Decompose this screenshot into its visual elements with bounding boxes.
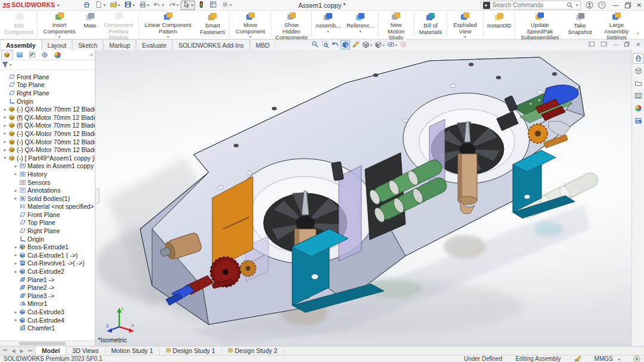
ribbon-caret-icon[interactable]: ▾: [58, 35, 60, 39]
displaymanager-tab[interactable]: [51, 50, 63, 60]
propertymanager-tab[interactable]: [14, 50, 26, 60]
section-view-button[interactable]: [340, 40, 350, 49]
expand-arrow-icon[interactable]: ▸: [2, 139, 8, 144]
expand-arrow-icon[interactable]: ▸: [13, 317, 18, 323]
filter-caret-icon[interactable]: ▾: [10, 63, 12, 67]
sheet-nav-next-button[interactable]: ▶: [18, 348, 26, 354]
new-document-caret-icon[interactable]: ▾: [103, 3, 106, 8]
bottom-tab-design-study-1[interactable]: Design Study 1: [160, 346, 222, 355]
tree-item-sensors[interactable]: Sensors: [0, 178, 95, 187]
new-motion-study-button[interactable]: New Motion Study: [379, 11, 413, 39]
print-button[interactable]: ▾: [137, 1, 151, 10]
tree-item-top-plane[interactable]: Top Plane: [0, 81, 95, 89]
assemb-button[interactable]: Assemb...▾: [312, 11, 343, 39]
move-component-button[interactable]: Move Component▾: [230, 11, 270, 39]
open-button[interactable]: ▾: [108, 1, 122, 10]
view-orientation-button[interactable]: [361, 40, 370, 49]
take-snapshot-button[interactable]: Take Snapshot: [564, 11, 596, 39]
insert-components-button[interactable]: Insert Components▾: [38, 11, 80, 39]
appearances-button[interactable]: [633, 103, 643, 114]
tab-layout[interactable]: Layout: [42, 39, 73, 50]
tree-item-right-plane[interactable]: Right Plane: [0, 227, 95, 235]
expand-arrow-icon[interactable]: ▸: [2, 147, 8, 153]
tree-item-origin[interactable]: Origin: [0, 97, 95, 106]
print-caret-icon[interactable]: ▾: [147, 3, 150, 8]
filter-funnel-icon[interactable]: [2, 61, 8, 68]
configurationmanager-tab[interactable]: [26, 50, 38, 60]
tag-icon[interactable]: [633, 355, 640, 362]
expand-arrow-icon[interactable]: ▸: [13, 269, 18, 274]
expand-arrow-icon[interactable]: ▸: [13, 261, 18, 266]
tree-item-plane3[interactable]: Plane3 ->: [0, 292, 95, 300]
tree-item-f-qx-motor-70mm-12-blades-e[interactable]: ▸(f) QX-Motor 70mm 12 Blades E: [0, 122, 95, 130]
expand-arrow-icon[interactable]: ▸: [2, 107, 8, 112]
search-icon[interactable]: [566, 2, 573, 8]
user-account-icon[interactable]: [586, 1, 593, 9]
units-selector[interactable]: MMGS ▴: [595, 355, 620, 362]
tree-item-top-plane[interactable]: Top Plane: [0, 219, 95, 227]
tree-item-front-plane[interactable]: Front Plane: [0, 211, 95, 219]
tab-evaluate[interactable]: Evaluate: [136, 39, 172, 50]
expand-arrow-icon[interactable]: ▸: [2, 123, 8, 128]
doc-restore-icon[interactable]: [624, 41, 630, 49]
doc-close-icon[interactable]: ✕: [636, 42, 640, 48]
expand-arrow-icon[interactable]: ▸: [13, 252, 18, 258]
tree-item-origin[interactable]: Origin: [0, 235, 95, 243]
tree-item-cut-extrude3[interactable]: ▸Cut-Extrude3: [0, 308, 95, 316]
expand-arrow-icon[interactable]: ▸: [13, 196, 18, 201]
close-icon[interactable]: ✕: [637, 2, 642, 8]
exploded-view-button[interactable]: Exploded View▾: [448, 11, 482, 39]
featuremanager-tab[interactable]: [1, 50, 13, 60]
ribbon-caret-icon[interactable]: ▾: [167, 35, 169, 39]
search-input[interactable]: [493, 2, 564, 8]
instant3d-button[interactable]: Instant3D: [484, 11, 515, 39]
sheet-nav-prev-button[interactable]: ◀: [10, 348, 17, 354]
tab-solidworks-add-ins[interactable]: SOLIDWORKS Add-Ins: [172, 39, 250, 50]
mate-button[interactable]: Mate: [80, 11, 99, 39]
tree-item-cut-extrude2[interactable]: ▸Cut-Extrude2: [0, 267, 95, 276]
ribbon-caret-icon[interactable]: ▾: [360, 29, 361, 34]
tree-item-boss-extrude1[interactable]: ▸Boss-Extrude1: [0, 243, 95, 251]
tree-item-plane1[interactable]: Plane1 ->: [0, 276, 95, 284]
bottom-tab-design-study-2[interactable]: Design Study 2: [222, 346, 284, 355]
custom-properties-button[interactable]: [633, 116, 643, 126]
update-speedpak-subassemblies-button[interactable]: Update SpeedPak Subassemblies: [516, 11, 564, 39]
tree-item-qx-motor-70mm-12-blades-i[interactable]: ▸(-) QX-Motor 70mm 12 Blades I: [0, 138, 95, 146]
sheet-nav-first-button[interactable]: ⏮: [1, 348, 9, 354]
hide-show-items-button[interactable]: [386, 40, 395, 49]
linear-component-pattern-button[interactable]: Linear Component Pattern▾: [140, 11, 196, 39]
tree-item-right-plane[interactable]: Right Plane: [0, 89, 95, 97]
hide-show-items-caret-icon[interactable]: ▾: [395, 43, 397, 47]
file-properties-button[interactable]: [208, 1, 219, 10]
expand-arrow-icon[interactable]: ▾: [2, 155, 8, 160]
expand-arrow-icon[interactable]: ▸: [2, 131, 8, 136]
select-caret-icon[interactable]: ▾: [191, 3, 193, 8]
home-taskpane-button[interactable]: [633, 53, 643, 64]
minimize-icon[interactable]: —: [613, 2, 619, 8]
display-style-caret-icon[interactable]: ▾: [383, 43, 385, 47]
tree-item-plane2[interactable]: Plane2 ->: [0, 283, 95, 292]
view-orientation-caret-icon[interactable]: ▾: [370, 43, 372, 47]
ribbon-caret-icon[interactable]: ▾: [327, 29, 329, 34]
tree-item-part49-assem1-coppy-1[interactable]: ▾(-) [ Part49^Assem1 coppy ]<1:: [0, 154, 95, 162]
expand-arrow-icon[interactable]: ▸: [13, 310, 18, 315]
new-document-button[interactable]: ▾: [93, 1, 107, 10]
tree-item-cut-extrude1[interactable]: ▸Cut-Extrude1 ( ->): [0, 251, 95, 259]
tree-horizontal-scrollbar[interactable]: [0, 341, 95, 346]
redo-button[interactable]: ▾: [166, 1, 181, 10]
options-gear-caret-icon[interactable]: ▾: [230, 3, 232, 8]
zoom-to-fit-button[interactable]: [310, 40, 320, 49]
ribbon-caret-icon[interactable]: ▾: [249, 35, 251, 39]
tree-item-mirror1[interactable]: Mirror1: [0, 300, 95, 308]
options-gear-button[interactable]: ▾: [219, 1, 234, 10]
tree-item-qx-motor-70mm-12-blades-i[interactable]: ▸(-) QX-Motor 70mm 12 Blades I: [0, 129, 95, 138]
restore-icon[interactable]: [625, 2, 631, 8]
save-caret-icon[interactable]: ▾: [132, 3, 135, 8]
pane-left-icon[interactable]: [588, 41, 595, 49]
tree-scrollbar-thumb[interactable]: [19, 342, 66, 345]
expand-arrow-icon[interactable]: ▸: [2, 115, 8, 120]
tree-item-qx-motor-70mm-12-blades-i[interactable]: ▸(-) QX-Motor 70mm 12 Blades I: [0, 105, 95, 113]
tree-item-chamfer1[interactable]: Chamfer1: [0, 324, 95, 332]
dimxpert-tab[interactable]: [39, 50, 51, 60]
tab-assembly[interactable]: Assembly: [0, 39, 42, 50]
